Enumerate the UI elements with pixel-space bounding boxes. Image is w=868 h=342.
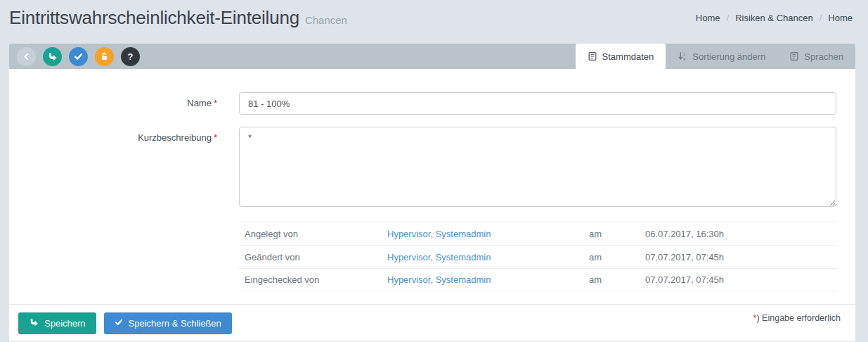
toolbar: ? Stammdaten 19 Sortierung ändern Spr — [9, 44, 855, 69]
breadcrumb-link-risiken-chancen[interactable]: Risiken & Chancen — [735, 13, 813, 23]
toolbar-buttons: ? — [17, 44, 140, 69]
save-and-close-button-label: Speichern & Schließen — [129, 318, 221, 329]
tab-label: Sprachen — [804, 51, 843, 62]
audit-am-label: am — [589, 274, 645, 285]
tab-stammdaten[interactable]: Stammdaten — [576, 44, 666, 69]
page-subtitle: Chancen — [305, 14, 347, 26]
title-wrap: Eintrittswahrscheinlichkeit-Einteilung C… — [9, 7, 347, 29]
unlock-button[interactable] — [95, 47, 114, 66]
required-note-text: ) Eingabe erforderlich — [756, 313, 841, 323]
save-and-close-button[interactable]: Speichern & Schließen — [104, 312, 232, 334]
audit-user-link[interactable]: Hypervisor, Systemadmin — [387, 274, 589, 285]
audit-date: 07.07.2017, 07:45h — [645, 252, 836, 262]
form-body: Name* Kurzbeschreibung* * Angelegt von H… — [9, 69, 855, 304]
audit-label: Geändert von — [245, 252, 387, 262]
form-row-kurzbeschreibung: Kurzbeschreibung* * — [9, 127, 855, 210]
curved-arrow-icon — [47, 51, 58, 62]
required-asterisk: * — [214, 98, 217, 108]
svg-text:1: 1 — [683, 52, 685, 56]
svg-text:9: 9 — [683, 57, 685, 61]
breadcrumb-separator: / — [727, 13, 730, 23]
question-icon: ? — [128, 51, 134, 62]
breadcrumb-separator: / — [820, 13, 822, 23]
kurzbeschreibung-field[interactable]: * — [239, 127, 836, 207]
audit-date: 07.07.2017, 07:45h — [645, 274, 836, 285]
book-icon — [789, 51, 799, 61]
save-button-label: Speichern — [44, 318, 86, 329]
breadcrumb: Home / Risiken & Chancen / Home — [696, 7, 853, 23]
back-button[interactable] — [17, 47, 36, 66]
tab-label: Sortierung ändern — [692, 51, 765, 62]
audit-row-angelegt: Angelegt von Hypervisor, Systemadmin am … — [239, 222, 836, 245]
check-icon — [74, 52, 83, 61]
page-header: Eintrittswahrscheinlichkeit-Einteilung C… — [0, 0, 868, 39]
required-note: *) Eingabe erforderlich — [753, 305, 841, 323]
help-button[interactable]: ? — [121, 47, 140, 66]
book-icon — [588, 51, 597, 61]
audit-am-label: am — [589, 229, 645, 239]
curved-arrow-icon — [29, 317, 39, 329]
audit-row-eingechecked: Eingechecked von Hypervisor, Systemadmin… — [239, 268, 836, 291]
footer-buttons: Speichern Speichern & Schließen — [18, 312, 232, 334]
breadcrumb-link-home-2[interactable]: Home — [828, 13, 853, 23]
main-card: ? Stammdaten 19 Sortierung ändern Spr — [9, 44, 855, 341]
chevron-left-icon — [22, 52, 31, 61]
required-asterisk: * — [214, 132, 217, 143]
sort-numeric-icon: 19 — [678, 51, 687, 61]
tab-label: Stammdaten — [602, 51, 654, 62]
form-row-name: Name* — [9, 92, 855, 115]
audit-row-geaendert: Geändert von Hypervisor, Systemadmin am … — [239, 245, 836, 268]
name-label: Name* — [9, 92, 239, 115]
save-button-toolbar[interactable] — [43, 47, 62, 66]
unlock-icon — [100, 52, 109, 61]
save-button[interactable]: Speichern — [18, 312, 96, 334]
form-footer: Speichern Speichern & Schließen *) Einga… — [9, 304, 855, 341]
audit-am-label: am — [589, 252, 645, 262]
audit-user-link[interactable]: Hypervisor, Systemadmin — [387, 229, 589, 239]
breadcrumb-link-home[interactable]: Home — [696, 13, 720, 23]
page-title: Eintrittswahrscheinlichkeit-Einteilung — [9, 7, 299, 29]
tab-sprachen[interactable]: Sprachen — [777, 44, 855, 69]
audit-label: Angelegt von — [245, 229, 387, 239]
tab-sortierung-aendern[interactable]: 19 Sortierung ändern — [666, 44, 777, 69]
audit-user-link[interactable]: Hypervisor, Systemadmin — [387, 252, 589, 262]
audit-label: Eingechecked von — [245, 274, 387, 285]
audit-table: Angelegt von Hypervisor, Systemadmin am … — [239, 222, 836, 291]
check-button[interactable] — [69, 47, 88, 66]
check-icon — [115, 318, 123, 329]
kurzbeschreibung-label: Kurzbeschreibung* — [9, 127, 239, 210]
name-field[interactable] — [239, 92, 836, 115]
tab-bar: Stammdaten 19 Sortierung ändern Sprachen — [576, 44, 855, 69]
audit-date: 06.07.2017, 16:30h — [645, 229, 836, 239]
